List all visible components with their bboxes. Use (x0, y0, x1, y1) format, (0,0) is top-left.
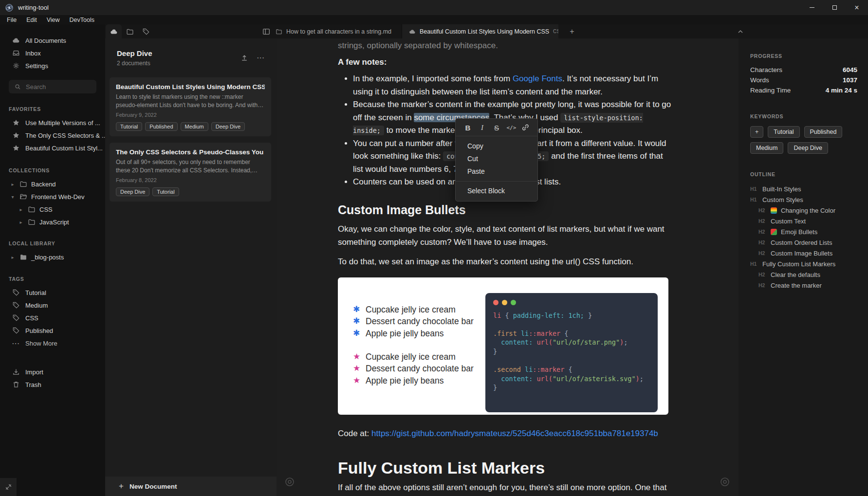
tag-item-label: Medium (25, 302, 48, 309)
show-more-button[interactable]: ···Show More (0, 337, 105, 349)
panel-tab-tags[interactable] (138, 24, 154, 38)
chevron-right-icon[interactable]: ▸ (18, 207, 24, 212)
tag-item-published[interactable]: Published (0, 324, 105, 337)
chevron-right-icon[interactable]: ▸ (18, 220, 24, 225)
panel-tab-folder[interactable] (122, 24, 138, 38)
corner-circle-button[interactable] (720, 477, 730, 487)
sidebar-item-settings[interactable]: Settings (0, 59, 105, 72)
favorite-item[interactable]: The Only CSS Selectors & ... (0, 129, 105, 142)
outline-item[interactable]: H1Custom Styles (750, 194, 857, 205)
cloud-icon (409, 28, 416, 35)
gist-link[interactable]: https://gist.github.com/hadrysmateusz/52… (371, 429, 658, 438)
tree-item-label: Backend (31, 181, 56, 188)
tags-section-title: TAGS (0, 276, 105, 282)
document-excerpt: Learn to style list markers using the ne… (116, 93, 265, 109)
strikethrough-icon[interactable]: S (492, 124, 501, 132)
favorite-item-label: Beautiful Custom List Styl... (25, 145, 103, 152)
list-marker-icon: ★ (353, 351, 366, 363)
menu-item-edit[interactable]: Edit (21, 17, 42, 23)
google-fonts-link[interactable]: Google Fonts (513, 74, 562, 83)
tab-how-to-get-all-characters[interactable]: How to get all characters in a string.md (269, 24, 402, 38)
document-card[interactable]: The Only CSS Selectors & Pseudo-Classes … (110, 143, 271, 202)
outline-item[interactable]: H2Custom Ordered Lists (758, 237, 857, 248)
export-button[interactable] (240, 54, 248, 62)
keyword-chip[interactable]: Medium (750, 142, 783, 154)
tag-item-label: CSS (25, 314, 38, 322)
document-tag-chip: Tutorial (116, 122, 142, 131)
maximize-button[interactable] (823, 0, 846, 15)
embedded-image: ✱Cupcake jelly ice cream✱Dessert candy c… (338, 277, 668, 415)
outline-item[interactable]: H2Changing the Color (758, 205, 857, 216)
menu-item-cut[interactable]: Cut (456, 152, 537, 165)
italic-icon[interactable]: I (478, 124, 487, 132)
import-button[interactable]: Import (0, 366, 105, 378)
new-document-button[interactable]: + New Document (105, 477, 277, 496)
chevron-up-icon[interactable] (737, 28, 744, 36)
corner-circle-button[interactable] (285, 477, 295, 487)
close-button[interactable]: × (846, 0, 868, 15)
sidebar-item-all-documents[interactable]: All Documents (0, 34, 105, 47)
devtools-corner-button[interactable] (0, 478, 17, 496)
outline-item[interactable]: H2Custom Text (758, 216, 857, 226)
minimize-button[interactable] (801, 0, 823, 15)
tree-item-frontend-web-dev[interactable]: ▾Frontend Web-Dev (0, 190, 105, 203)
app-logo-icon (5, 3, 14, 12)
outline-item[interactable]: H1Fully Custom List Markers (750, 258, 857, 269)
link-icon[interactable] (521, 123, 530, 132)
bold-icon[interactable]: B (463, 124, 472, 132)
document-card[interactable]: Beautiful Custom List Styles Using Moder… (110, 77, 271, 136)
tab-beautiful-custom-list-styles[interactable]: Beautiful Custom List Styles Using Moder… (402, 24, 558, 38)
paragraph: To do that, we set an image as the marke… (338, 256, 674, 269)
outline-item[interactable]: H2Create the marker (758, 280, 857, 291)
add-keyword-button[interactable]: + (750, 126, 763, 138)
sidebar-item-label: Inbox (25, 50, 41, 57)
sidebar-item-inbox[interactable]: Inbox (0, 47, 105, 59)
paragraph: Okay, we can change the color, style, an… (338, 223, 674, 249)
menu-item-select-block[interactable]: Select Block (456, 184, 537, 198)
traffic-lights-icon (493, 300, 650, 305)
keyword-chip[interactable]: Published (804, 126, 843, 138)
outline-item-label: Custom Image Bullets (771, 250, 832, 257)
chevron-down-icon[interactable]: ▾ (10, 194, 16, 200)
document-list-panel: Deep Dive 2 documents ··· Beautiful Cust… (105, 38, 277, 496)
keyword-chip[interactable]: Tutorial (768, 126, 799, 138)
tree-item-javascript[interactable]: ▸JavaScript (0, 216, 105, 228)
outline-item[interactable]: H2Custom Image Bullets (758, 248, 857, 258)
code-icon[interactable]: </> (507, 125, 516, 131)
tree-item-backend[interactable]: ▸Backend (0, 178, 105, 190)
new-tab-button[interactable]: + (565, 24, 579, 38)
list-item-text: Dessert candy chocolate bar (366, 363, 474, 375)
progress-value: 4 min 24 s (826, 87, 857, 94)
outline-item[interactable]: H2Clear the defaults (758, 269, 857, 280)
menu-item-devtools[interactable]: DevTools (65, 17, 99, 23)
tag-item-medium[interactable]: Medium (0, 299, 105, 312)
list-item-text: Dessert candy chocolate bar (366, 315, 474, 328)
tree-item-css[interactable]: ▸CSS (0, 203, 105, 216)
trash-button[interactable]: Trash (0, 378, 105, 391)
menu-item-file[interactable]: File (2, 17, 21, 23)
keyword-chip[interactable]: Deep Dive (788, 142, 828, 154)
more-options-button[interactable]: ··· (257, 54, 265, 62)
search-icon (14, 83, 21, 91)
outline-item[interactable]: H1Built-In Styles (750, 184, 857, 194)
chevron-right-icon[interactable]: ▸ (10, 182, 16, 187)
section-heading-custom-image-bullets: Custom Image Bullets (338, 203, 674, 217)
menu-item-view[interactable]: View (42, 17, 65, 23)
editor[interactable]: strings, optionally separated by whitesp… (277, 38, 739, 496)
menu-item-paste[interactable]: Paste (456, 165, 537, 178)
search-input[interactable]: Search (9, 80, 96, 93)
list-item: ✱Apple pie jelly beans (353, 328, 474, 340)
list-marker-icon: ✱ (353, 328, 366, 340)
chevron-right-icon[interactable]: ▸ (10, 255, 16, 260)
tag-item-css[interactable]: CSS (0, 312, 105, 324)
favorite-item[interactable]: Use Multiple Versions of ... (0, 116, 105, 129)
panel-tab-cloud[interactable] (106, 24, 122, 38)
favorite-item[interactable]: Beautiful Custom List Styl... (0, 142, 105, 154)
outline-item[interactable]: H2Emoji Bullets (758, 226, 857, 237)
plus-icon: + (119, 481, 124, 491)
tree-item-_blog-posts[interactable]: ▸_blog-posts (0, 251, 105, 263)
tag-item-tutorial[interactable]: Tutorial (0, 286, 105, 299)
favorite-item-label: Use Multiple Versions of ... (25, 119, 100, 127)
parrot-emoji-icon (771, 229, 777, 235)
menu-item-copy[interactable]: Copy (456, 140, 537, 152)
